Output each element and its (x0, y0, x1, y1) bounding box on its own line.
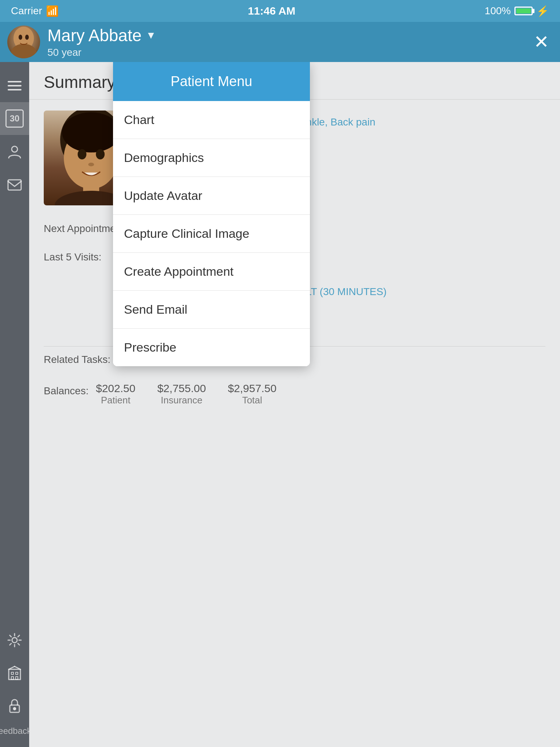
carrier-label: Carrier (11, 5, 42, 17)
sidebar: 30 (0, 62, 29, 747)
summary-title: Summary (44, 73, 116, 92)
svg-point-19 (78, 149, 86, 159)
balance-insurance: $2,755.00 Insurance (157, 382, 206, 406)
wifi-icon: 📶 (46, 5, 59, 17)
lock-icon (7, 698, 23, 714)
last-visits-label: Last 5 Visits: (44, 251, 117, 263)
balance-total-amount: $2,957.50 (228, 382, 276, 395)
menu-item-update-avatar[interactable]: Update Avatar (113, 177, 310, 215)
status-bar-left: Carrier 📶 (11, 5, 59, 17)
sidebar-item-inbox[interactable] (0, 168, 29, 201)
battery-bar (514, 7, 533, 15)
calendar-widget: 30 (5, 109, 24, 128)
menu-item-chart[interactable]: Chart (113, 101, 310, 139)
svg-rect-5 (8, 180, 21, 190)
svg-point-1 (11, 44, 36, 58)
hamburger-icon (6, 79, 23, 92)
balance-total-label: Total (242, 395, 262, 406)
charging-icon: ⚡ (536, 5, 549, 17)
building-icon (7, 665, 23, 681)
svg-rect-8 (11, 672, 13, 674)
patient-age: 50 year (47, 47, 156, 58)
svg-point-3 (25, 35, 29, 40)
related-tasks-label: Related Tasks: (44, 354, 110, 365)
sidebar-item-calendar[interactable]: 30 (0, 102, 29, 135)
sidebar-item-building[interactable] (0, 657, 29, 689)
patient-menu: Patient Menu Chart Demographics Update A… (113, 62, 310, 366)
sidebar-item-contacts[interactable] (0, 135, 29, 168)
menu-item-capture-clinical-image[interactable]: Capture Clinical Image (113, 215, 310, 253)
menu-item-send-email[interactable]: Send Email (113, 291, 310, 329)
balance-patient-label: Patient (101, 395, 131, 406)
content-area: Summary (29, 62, 560, 747)
patient-name: Mary Abbate (47, 26, 141, 45)
sidebar-item-settings[interactable] (0, 624, 29, 657)
next-appointment-label: Next Appointme (44, 223, 116, 235)
balances-section: Balances: $202.50 Patient $2,755.00 Insu… (44, 379, 545, 406)
battery-indicator (514, 7, 533, 15)
status-bar: Carrier 📶 11:46 AM 100% ⚡ (0, 0, 560, 22)
svg-point-18 (62, 112, 120, 152)
svg-rect-7 (9, 669, 20, 680)
menu-item-create-appointment[interactable]: Create Appointment (113, 253, 310, 291)
balance-insurance-label: Insurance (161, 395, 202, 406)
balances-label: Balances: (44, 385, 89, 397)
close-button[interactable]: ✕ (534, 31, 549, 53)
svg-point-2 (19, 35, 22, 40)
calendar-date: 30 (10, 114, 20, 123)
patient-menu-header: Patient Menu (113, 62, 310, 101)
svg-point-21 (88, 163, 94, 166)
balance-insurance-amount: $2,755.00 (157, 382, 206, 395)
header-avatar[interactable] (7, 26, 40, 58)
settings-icon (7, 632, 23, 648)
patient-name-row[interactable]: Mary Abbate ▼ (47, 26, 156, 45)
svg-point-15 (13, 708, 16, 710)
svg-point-20 (96, 149, 105, 159)
avatar-svg (7, 26, 40, 58)
patient-name-section: Mary Abbate ▼ 50 year (47, 26, 156, 58)
balance-patient: $202.50 Patient (96, 382, 135, 406)
sidebar-item-lock[interactable] (0, 689, 29, 722)
menu-item-demographics[interactable]: Demographics (113, 139, 310, 177)
avatar-image (7, 26, 40, 58)
patient-header: Mary Abbate ▼ 50 year ✕ (0, 22, 560, 62)
main-layout: 30 (0, 62, 560, 747)
battery-percent: 100% (485, 5, 511, 17)
balance-patient-amount: $202.50 (96, 382, 135, 395)
svg-point-4 (12, 146, 18, 152)
battery-fill (516, 8, 531, 13)
balance-total: $2,957.50 Total (228, 382, 276, 406)
status-time: 11:46 AM (248, 5, 296, 17)
menu-item-prescribe[interactable]: Prescribe (113, 329, 310, 366)
svg-rect-9 (16, 672, 18, 674)
calendar-icon: 30 (5, 109, 24, 128)
sidebar-item-menu[interactable] (0, 69, 29, 102)
balances-row: $202.50 Patient $2,755.00 Insurance $2,9… (96, 382, 276, 406)
svg-point-6 (12, 638, 17, 643)
status-bar-right: 100% ⚡ (485, 5, 549, 17)
dropdown-arrow-icon: ▼ (146, 30, 156, 41)
inbox-icon (7, 176, 23, 192)
contacts-icon (7, 143, 23, 159)
